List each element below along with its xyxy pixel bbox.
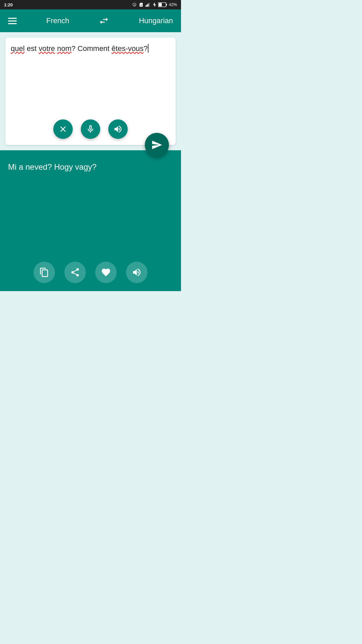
charging-icon: [153, 2, 156, 7]
speak-source-button[interactable]: [108, 119, 128, 139]
speak-output-button[interactable]: [126, 262, 147, 283]
svg-rect-2: [148, 4, 149, 7]
volume-output-icon: [132, 267, 142, 277]
alarm-icon: [132, 2, 137, 7]
heart-icon: [101, 267, 111, 277]
output-actions: [0, 262, 181, 283]
battery-percent: 42%: [169, 2, 177, 7]
word-quel: quel: [11, 44, 25, 53]
input-panel[interactable]: quel est votre nom? Comment êtes-vous?: [5, 38, 176, 145]
svg-rect-3: [149, 3, 150, 7]
copy-icon: [39, 267, 49, 277]
text-cursor: [148, 44, 148, 53]
input-section: quel est votre nom? Comment êtes-vous?: [0, 32, 181, 145]
battery-icon: [158, 2, 167, 7]
share-icon: [70, 267, 80, 277]
svg-rect-0: [145, 5, 146, 7]
favorite-button[interactable]: [95, 262, 117, 283]
source-language[interactable]: French: [46, 16, 69, 25]
signal-icon: [145, 2, 151, 7]
swap-icon: [99, 15, 109, 26]
mic-icon: [86, 124, 95, 134]
volume-icon: [113, 124, 123, 134]
output-panel: Mi a neved? Hogy vagy?: [0, 150, 181, 291]
svg-rect-6: [159, 3, 162, 6]
swap-languages-button[interactable]: [99, 15, 109, 26]
translate-button[interactable]: [145, 133, 169, 157]
word-etes: êtes-vous: [112, 44, 143, 53]
clear-button[interactable]: [53, 119, 73, 139]
target-language[interactable]: Hungarian: [139, 16, 173, 25]
sim-icon: [139, 2, 143, 7]
word-votre: votre: [39, 44, 55, 53]
svg-rect-5: [166, 4, 167, 6]
svg-rect-1: [146, 4, 147, 7]
status-time: 1:20: [4, 2, 13, 7]
status-bar: 1:20 42%: [0, 0, 181, 9]
clear-icon: [58, 124, 68, 134]
copy-button[interactable]: [34, 262, 55, 283]
main-content: quel est votre nom? Comment êtes-vous?: [0, 32, 181, 322]
send-icon: [151, 139, 163, 151]
share-button[interactable]: [64, 262, 86, 283]
output-text: Mi a neved? Hogy vagy?: [8, 161, 173, 173]
menu-button[interactable]: [8, 18, 17, 24]
status-icons: 42%: [132, 2, 177, 7]
microphone-button[interactable]: [81, 119, 100, 139]
word-nom: nom: [57, 44, 71, 53]
output-section: Mi a neved? Hogy vagy?: [0, 150, 181, 322]
toolbar: French Hungarian: [0, 9, 181, 32]
input-text[interactable]: quel est votre nom? Comment êtes-vous?: [11, 43, 170, 54]
